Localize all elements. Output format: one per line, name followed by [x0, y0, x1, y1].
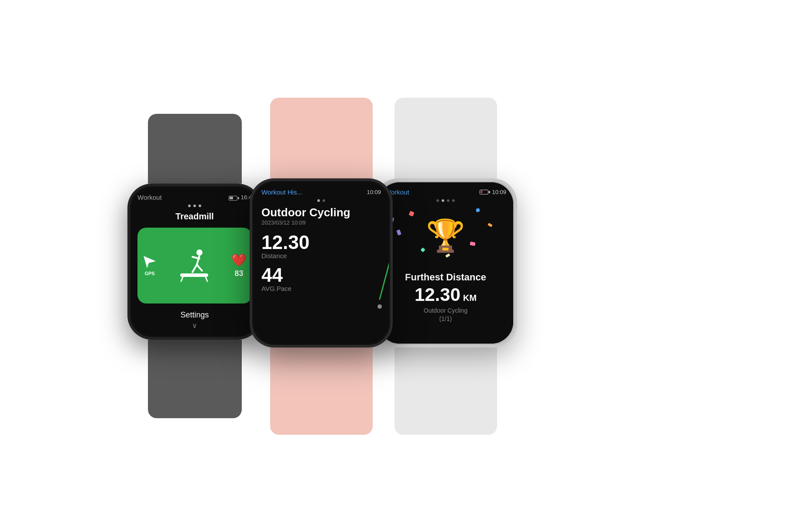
watch-screen-right: Workout 10:09 [378, 182, 513, 344]
band-top-right [395, 98, 497, 178]
confetti-1 [408, 211, 414, 216]
watch-left: Workout 16: [127, 114, 262, 418]
battery-body-right [480, 190, 488, 194]
band-bottom-middle [270, 348, 373, 435]
battery-right [480, 190, 490, 194]
svg-line-9 [206, 277, 207, 281]
screen-content-right: Workout 10:09 [378, 182, 513, 344]
watch-case-inner-left: Workout 16: [130, 186, 259, 337]
svg-line-8 [181, 277, 183, 281]
distance-value: 12.30 [261, 233, 381, 252]
green-dot [377, 304, 382, 309]
dot-1-middle [317, 199, 320, 202]
band-bottom-right [395, 348, 497, 435]
dots-middle [261, 199, 381, 202]
gps-label: GPS [144, 271, 154, 276]
chevron-down: ∨ [137, 321, 252, 330]
time-right: 10:09 [492, 189, 506, 195]
dot-3-left [199, 205, 201, 207]
band-top-middle [270, 98, 373, 178]
status-bar-left: Workout 16: [137, 194, 252, 201]
heart-icon: ❤️ [231, 253, 247, 267]
confetti-2 [476, 208, 480, 212]
battery-fill-left [230, 197, 233, 199]
watches-container: Workout 16: [136, 26, 660, 506]
cycling-date: 2023/03/12 10:09 [261, 219, 381, 226]
watch-right: Workout 10:09 [374, 98, 517, 435]
svg-point-1 [196, 249, 202, 256]
band-top-left [148, 114, 242, 184]
battery-tip-left [238, 197, 239, 199]
app-title-middle: Workout His... [261, 188, 302, 196]
svg-line-4 [192, 265, 197, 272]
watch-case-left: Workout 16: [127, 184, 262, 340]
watch-case-inner-right: Workout 10:09 [377, 181, 515, 345]
achievement-label: Furthest Distance [385, 272, 506, 283]
status-right-middle: 10:09 [367, 189, 381, 195]
watch-case-right: Workout 10:09 [374, 178, 517, 348]
watch-screen-middle: Workout His... 10:09 Outdoor Cycling [254, 182, 389, 344]
battery-body-left [229, 196, 237, 201]
battery-icon-left [229, 194, 239, 201]
confetti-5 [470, 242, 475, 246]
watch-screen-left: Workout 16: [131, 188, 258, 336]
confetti-6 [421, 247, 425, 252]
gps-block: GPS [143, 255, 157, 276]
band-bottom-left [148, 340, 242, 418]
settings-label[interactable]: Settings [137, 310, 252, 320]
workout-type: Treadmill [137, 211, 252, 222]
svg-line-5 [197, 265, 202, 271]
dot-3-right [447, 199, 449, 202]
treadmill-icon [177, 248, 212, 283]
svg-line-2 [197, 256, 199, 265]
achievement-number: 12.30 [415, 285, 460, 305]
dot-2-left [193, 205, 196, 207]
gps-icon [143, 255, 157, 269]
achievement-value: 12.30 KM [385, 285, 506, 305]
screen-content-left: Workout 16: [131, 188, 258, 336]
achievement-unit: KM [463, 293, 477, 303]
achievement-sub: Outdoor Cycling(1/1) [385, 307, 506, 324]
status-bar-right: Workout 10:09 [385, 188, 506, 196]
battery-left [229, 196, 239, 201]
trophy-area: 🏆 [385, 205, 506, 266]
battery-fill-right [481, 191, 482, 193]
status-bar-middle: Workout His... 10:09 [261, 188, 381, 196]
trophy-emoji: 🏆 [426, 217, 465, 254]
green-line-container [358, 261, 380, 313]
watch-case-inner-middle: Workout His... 10:09 Outdoor Cycling [252, 181, 390, 345]
app-title-left: Workout [137, 194, 162, 201]
status-right-right: 10:09 [480, 189, 506, 195]
battery-tip-right [489, 191, 490, 193]
dot-1-left [188, 205, 191, 207]
dots-left [137, 205, 252, 207]
heart-rate: 83 [234, 269, 243, 278]
heart-block: ❤️ 83 [231, 253, 247, 278]
screen-content-middle: Workout His... 10:09 Outdoor Cycling [254, 182, 389, 344]
watch-case-middle: Workout His... 10:09 Outdoor Cycling [250, 178, 393, 348]
confetti-4 [396, 229, 401, 235]
dot-2-middle [323, 199, 325, 202]
status-right-left: 16:4 [229, 194, 252, 201]
dots-right [385, 199, 506, 202]
watch-middle: Workout His... 10:09 Outdoor Cycling [250, 98, 393, 435]
dot-2-right [442, 199, 444, 202]
cycling-title: Outdoor Cycling [261, 206, 381, 219]
dot-1-right [436, 199, 439, 202]
confetti-3 [487, 222, 493, 227]
time-middle: 10:09 [367, 189, 381, 195]
workout-card: GPS [137, 228, 252, 304]
svg-marker-0 [144, 256, 156, 268]
distance-label: Distance [261, 252, 381, 259]
dot-4-right [452, 199, 455, 202]
